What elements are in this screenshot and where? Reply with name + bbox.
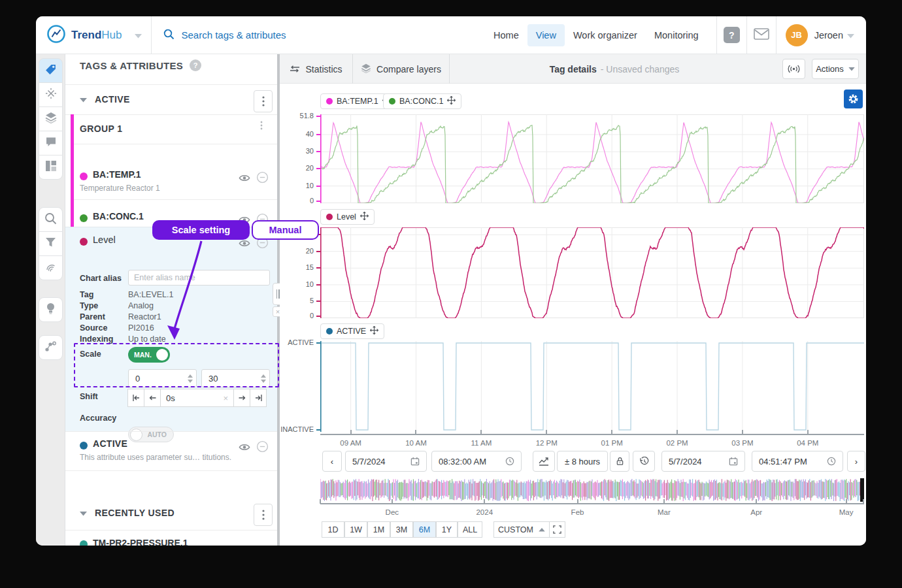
group-header[interactable]: GROUP 1 <box>80 123 123 135</box>
brand-chevron-down-icon[interactable] <box>135 29 142 41</box>
search-bar[interactable]: Search tags & attributes <box>152 29 297 42</box>
shift-right-button[interactable] <box>233 389 250 407</box>
section-active-header[interactable]: ACTIVE <box>80 93 130 105</box>
zoom-1m[interactable]: 1M <box>367 521 390 538</box>
legend-color-dot <box>326 98 333 105</box>
tab-compare-layers[interactable]: Compare layers <box>353 54 450 84</box>
section-recent-menu-button[interactable] <box>254 504 273 526</box>
remove-minus-icon[interactable] <box>256 440 269 455</box>
field-label: Parent <box>80 312 105 321</box>
shift-left-button[interactable] <box>144 389 161 407</box>
field-value: Analog <box>128 301 154 310</box>
history-button[interactable] <box>633 451 655 472</box>
zoom-1y[interactable]: 1Y <box>436 521 458 538</box>
user-chevron-down-icon[interactable] <box>847 29 854 41</box>
zoom-1w[interactable]: 1W <box>344 521 367 538</box>
tag-icon <box>44 63 57 78</box>
end-date-input[interactable]: 5/7/2024 <box>661 451 745 472</box>
comment-icon <box>45 137 57 150</box>
divider <box>776 16 777 54</box>
tag-name: BA:TEMP.1 <box>93 169 141 180</box>
shift-far-right-button[interactable] <box>250 389 267 407</box>
rail-comments-button[interactable] <box>39 131 63 155</box>
nav-home[interactable]: Home <box>485 24 527 46</box>
help-icon[interactable]: ? <box>724 27 740 43</box>
user-name: Jeroen <box>814 30 843 41</box>
timeline-month-labels: Dec2024FebMarAprMay <box>320 504 864 517</box>
legend-chip-level[interactable]: Level <box>320 209 375 225</box>
attr-desc: This attribute uses parameter su… tituti… <box>80 453 231 462</box>
doc-title-text: Tag details <box>550 64 597 74</box>
nav-view[interactable]: View <box>527 24 565 46</box>
rail-wand-button[interactable] <box>39 82 63 107</box>
brand[interactable]: TrendHub <box>36 24 151 46</box>
zoom-1d[interactable]: 1D <box>322 521 344 538</box>
x-tick-label: 02 PM <box>666 439 688 447</box>
group-menu-button[interactable] <box>260 121 263 133</box>
timeline-overview-strip[interactable] <box>320 478 864 502</box>
trend-compare-button[interactable] <box>533 451 555 472</box>
clear-x-icon[interactable]: × <box>223 393 228 403</box>
rail-dashboard-button[interactable] <box>39 155 63 180</box>
panel-header: TAGS & ATTRIBUTES ? <box>80 59 201 71</box>
visibility-eye-icon[interactable] <box>239 238 250 250</box>
start-date-input[interactable]: 5/7/2024 <box>345 451 427 472</box>
analog-trend-plot[interactable] <box>320 114 864 203</box>
start-time-input[interactable]: 08:32:00 AM <box>431 451 522 472</box>
section-active-label: ACTIVE <box>95 94 130 105</box>
accuracy-auto-toggle[interactable]: AUTO <box>128 427 174 442</box>
toggle-knob <box>130 429 142 441</box>
zoom-all[interactable]: ALL <box>458 521 482 538</box>
y-tick-label: 20 <box>306 247 314 255</box>
chevron-down-icon <box>80 507 87 519</box>
section-active-menu-button[interactable] <box>254 90 273 112</box>
nav-monitoring[interactable]: Monitoring <box>646 24 707 46</box>
actions-button[interactable]: Actions <box>812 59 859 79</box>
span-button[interactable]: ± 8 hours <box>557 451 608 472</box>
x-tick-label: 10 AM <box>405 439 427 447</box>
section-recent-header[interactable]: RECENTLY USED <box>80 507 175 519</box>
visibility-eye-icon[interactable] <box>239 442 250 454</box>
field-label: Tag <box>80 290 93 299</box>
step-forward-button[interactable]: › <box>847 451 865 472</box>
chart-settings-button[interactable] <box>844 90 863 108</box>
zoom-3m[interactable]: 3M <box>390 521 413 538</box>
level-trend-plot[interactable] <box>320 227 864 318</box>
shift-far-left-button[interactable] <box>127 389 144 407</box>
zoom-custom[interactable]: CUSTOM <box>493 521 550 538</box>
move-icon[interactable] <box>447 96 456 106</box>
legend-chip-ba-conc[interactable]: BA:CONC.1 <box>383 93 461 109</box>
move-icon[interactable] <box>370 326 378 336</box>
annotation-manual: Manual <box>252 220 319 240</box>
rail-insights-button[interactable] <box>39 297 63 322</box>
field-value: PI2016 <box>128 323 154 333</box>
tab-statistics[interactable]: Statistics <box>280 54 353 84</box>
brand-hub: Hub <box>101 29 122 41</box>
broadcast-button[interactable] <box>782 59 805 79</box>
move-icon[interactable] <box>360 212 369 222</box>
rail-fingerprint-button[interactable] <box>39 255 63 280</box>
lock-range-button[interactable] <box>610 451 629 472</box>
end-time-input[interactable]: 04:51:47 PM <box>752 451 843 472</box>
step-back-button[interactable]: ‹ <box>322 451 342 472</box>
remove-minus-icon[interactable] <box>256 171 269 186</box>
mail-icon[interactable] <box>754 28 769 42</box>
shift-value-input[interactable]: 0s × <box>160 389 234 407</box>
rail-layers-button[interactable] <box>39 106 63 131</box>
avatar[interactable]: JB <box>786 24 808 46</box>
x-axis-labels: 09 AM10 AM11 AM12 PM01 PM02 PM03 PM04 PM <box>320 435 864 448</box>
chevron-left: ‹ <box>331 457 333 466</box>
nav-work-organizer[interactable]: Work organizer <box>565 24 646 46</box>
legend-chip-active[interactable]: ACTIVE <box>320 323 384 339</box>
dashboard-icon <box>45 160 57 174</box>
zoom-6m[interactable]: 6M <box>413 521 436 538</box>
active-state-plot[interactable] <box>320 341 864 432</box>
rail-context-button[interactable] <box>39 335 63 360</box>
visibility-eye-icon[interactable] <box>239 173 250 185</box>
rail-tags-button[interactable] <box>39 58 63 83</box>
y-axis-analog: 51.8403020100 <box>281 114 320 203</box>
rail-search-button[interactable] <box>39 207 63 232</box>
rail-filter-button[interactable] <box>39 231 63 256</box>
fit-view-button[interactable] <box>549 521 565 538</box>
panel-help-icon[interactable]: ? <box>190 59 201 71</box>
